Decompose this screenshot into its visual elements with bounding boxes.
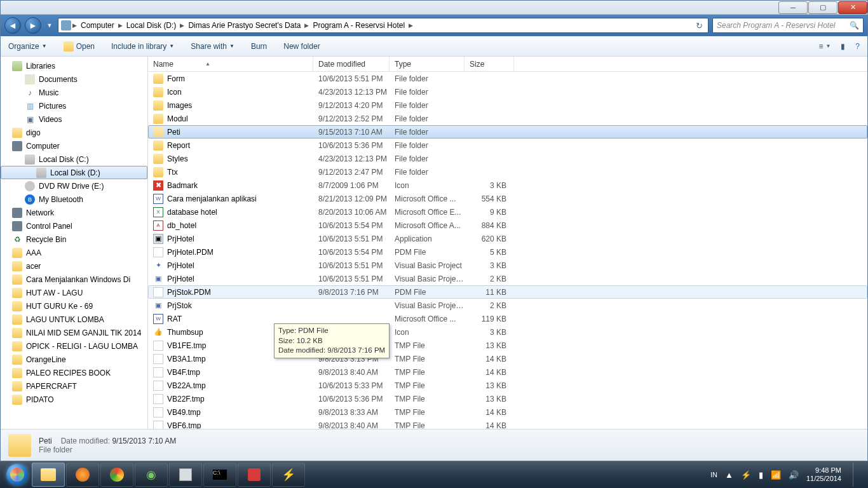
tree-item[interactable]: ▥Pictures [1, 99, 147, 112]
taskbar-clock[interactable]: 9:48 PM 11/25/2014 [806, 466, 841, 483]
close-button[interactable]: ✕ [838, 1, 867, 14]
column-header-name[interactable]: Name▲ [148, 57, 313, 71]
language-indicator[interactable]: IN [710, 471, 717, 478]
file-row[interactable]: Form10/6/2013 5:51 PMFile folder [148, 72, 867, 85]
navigation-pane[interactable]: LibrariesDocuments♪Music▥Pictures▣Videos… [1, 57, 148, 429]
file-row[interactable]: Images9/12/2013 4:20 PMFile folder [148, 98, 867, 112]
file-row[interactable]: VB4F.tmp9/8/2013 8:40 AMTMP File14 KB [148, 365, 867, 379]
back-button[interactable]: ◄ [4, 17, 21, 34]
taskbar-picasa[interactable] [238, 463, 271, 487]
file-row[interactable]: Report10/6/2013 5:36 PMFile folder [148, 139, 867, 152]
search-input[interactable]: Search Program A - Reservsi Hotel 🔍 [712, 18, 864, 33]
column-header-size[interactable]: Size [465, 57, 514, 71]
tree-item[interactable]: HUT AW - LAGU [1, 286, 147, 299]
tree-item[interactable]: acer [1, 259, 147, 273]
tray-flag-icon[interactable]: ▲ [725, 470, 733, 480]
tree-item[interactable]: Libraries [1, 59, 147, 72]
tree-item[interactable]: ♻Recycle Bin [1, 233, 147, 246]
path-separator-icon[interactable]: ▶ [407, 22, 414, 29]
taskbar-cmd[interactable]: C:\ [203, 463, 236, 487]
path-separator-icon[interactable]: ▶ [179, 22, 186, 29]
column-header-date[interactable]: Date modified [313, 57, 390, 71]
tree-item[interactable]: ▣Videos [1, 112, 147, 126]
file-row[interactable]: ✦PrjHotel10/6/2013 5:51 PMVisual Basic P… [148, 259, 867, 272]
file-rows[interactable]: Form10/6/2013 5:51 PMFile folderIcon4/23… [148, 72, 867, 429]
forward-button[interactable]: ► [25, 17, 41, 34]
taskbar-winamp[interactable]: ⚡ [272, 463, 305, 487]
taskbar-app[interactable] [169, 463, 202, 487]
tree-item[interactable]: Cara Menjalankan Windows Di [1, 273, 147, 286]
organize-menu[interactable]: Organize▼ [6, 40, 50, 53]
preview-pane-button[interactable]: ▮ [838, 40, 848, 53]
file-row[interactable]: PrjStok.PDM9/8/2013 7:16 PMPDM File11 KB [148, 285, 867, 299]
file-row[interactable]: VBF6.tmp9/8/2013 8:40 AMTMP File14 KB [148, 419, 867, 429]
taskbar-chrome[interactable] [100, 463, 133, 487]
minimize-button[interactable]: ─ [778, 1, 808, 14]
help-button[interactable]: ? [853, 40, 862, 53]
file-row[interactable]: Ttx9/12/2013 2:47 PMFile folder [148, 165, 867, 179]
tree-item[interactable]: Network [1, 206, 147, 219]
tray-network-icon[interactable]: ▮ [759, 470, 763, 480]
tree-item[interactable]: LAGU UNTUK LOMBA [1, 313, 147, 326]
file-row[interactable]: ▣PrjStokVisual Basic Projec...2 KB [148, 299, 867, 312]
tree-item[interactable]: DVD RW Drive (E:) [1, 179, 147, 193]
tree-item[interactable]: BMy Bluetooth [1, 193, 147, 206]
breadcrumb[interactable]: Local Disk (D:) [124, 18, 179, 32]
tree-item[interactable]: Local Disk (D:) [1, 166, 147, 179]
path-separator-icon[interactable]: ▶ [303, 22, 310, 29]
tree-item[interactable]: HUT GURU Ke - 69 [1, 299, 147, 313]
history-dropdown[interactable]: ▼ [45, 17, 54, 34]
file-row[interactable]: ▣PrjHotel10/6/2013 5:51 PMVisual Basic P… [148, 272, 867, 285]
file-row[interactable]: VB3A1.tmp9/8/2013 3:13 PMTMP File14 KB [148, 352, 867, 365]
breadcrumb[interactable]: Program A - Reservsi Hotel [310, 18, 407, 32]
tree-item[interactable]: PALEO RECIPES BOOK [1, 366, 147, 379]
tree-item[interactable]: NILAI MID SEM GANJIL TIK 2014 [1, 326, 147, 339]
include-library-menu[interactable]: Include in library▼ [109, 40, 177, 53]
tray-wifi-icon[interactable]: 📶 [771, 470, 781, 480]
tree-item[interactable]: AAA [1, 246, 147, 259]
column-header-type[interactable]: Type [390, 57, 465, 71]
start-button[interactable] [4, 463, 31, 487]
file-row[interactable]: VB1FE.tmp9/8/2013 8:56 AMTMP File13 KB [148, 339, 867, 352]
tree-item[interactable]: ♪Music [1, 86, 147, 99]
file-row[interactable]: VB49.tmp9/8/2013 8:33 AMTMP File14 KB [148, 405, 867, 419]
tree-item[interactable]: Local Disk (C:) [1, 152, 147, 166]
path-separator-icon[interactable]: ▶ [117, 22, 124, 29]
tree-item[interactable]: PAPERCRAFT [1, 379, 147, 393]
tray-volume-icon[interactable]: 🔊 [789, 470, 799, 480]
taskbar-wifi[interactable]: ◉ [135, 463, 168, 487]
file-row[interactable]: WRATMicrosoft Office ...119 KB [148, 312, 867, 325]
tree-item[interactable]: digo [1, 126, 147, 139]
file-row[interactable]: WCara menjalankan aplikasi8/21/2013 12:0… [148, 192, 867, 205]
new-folder-button[interactable]: New folder [281, 40, 322, 53]
view-options-button[interactable]: ≡ ▼ [816, 40, 833, 53]
share-with-menu[interactable]: Share with▼ [188, 40, 237, 53]
breadcrumb[interactable]: Dimas Arie Prastyo Secret's Data [186, 18, 303, 32]
maximize-button[interactable]: ▢ [808, 1, 837, 14]
breadcrumb[interactable]: Computer [78, 18, 117, 32]
tree-item[interactable]: Control Panel [1, 219, 147, 233]
file-row[interactable]: VB22A.tmp10/6/2013 5:33 PMTMP File13 KB [148, 379, 867, 392]
file-row[interactable]: PrjHotel.PDM10/6/2013 5:54 PMPDM File5 K… [148, 245, 867, 259]
file-row[interactable]: Modul9/12/2013 2:52 PMFile folder [148, 112, 867, 125]
taskbar[interactable]: ◉ C:\ ⚡ IN ▲ ⚡ ▮ 📶 🔊 9:48 PM 11/25/2014 [0, 461, 868, 488]
file-row[interactable]: Icon4/23/2013 12:13 PMFile folder [148, 85, 867, 98]
file-row[interactable]: 👍ThumbsupIcon3 KB [148, 325, 867, 339]
tree-item[interactable]: OrangeLine [1, 353, 147, 366]
refresh-button[interactable]: ↻ [693, 19, 705, 32]
file-row[interactable]: Adb_hotel10/6/2013 5:54 PMMicrosoft Offi… [148, 219, 867, 232]
taskbar-firefox[interactable] [66, 463, 99, 487]
file-row[interactable]: Xdatabase hotel8/20/2013 10:06 AMMicroso… [148, 205, 867, 219]
file-row[interactable]: ▣PrjHotel10/6/2013 5:51 PMApplication620… [148, 232, 867, 245]
file-row[interactable]: Peti9/15/2013 7:10 AMFile folder [148, 125, 867, 139]
tree-item[interactable]: Computer [1, 139, 147, 152]
file-row[interactable]: VB22F.tmp10/6/2013 5:36 PMTMP File13 KB [148, 392, 867, 405]
tree-item[interactable]: OPICK - RELIGI - LAGU LOMBA [1, 339, 147, 353]
show-desktop-button[interactable] [853, 463, 859, 487]
system-tray[interactable]: IN ▲ ⚡ ▮ 📶 🔊 9:48 PM 11/25/2014 [710, 463, 864, 487]
tree-item[interactable]: Documents [1, 72, 147, 86]
path-separator-icon[interactable]: ▶ [71, 22, 78, 29]
tray-power-icon[interactable]: ⚡ [741, 470, 751, 480]
taskbar-explorer[interactable] [32, 463, 65, 487]
file-row[interactable]: ✖Badmark8/7/2009 1:06 PMIcon3 KB [148, 179, 867, 192]
